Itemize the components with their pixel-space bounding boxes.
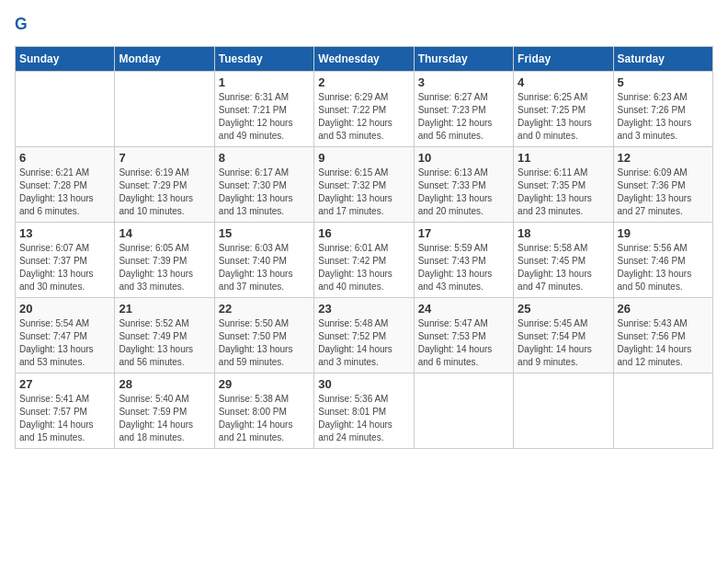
calendar-cell: 23Sunrise: 5:48 AM Sunset: 7:52 PM Dayli… bbox=[314, 298, 414, 373]
day-detail: Sunrise: 5:36 AM Sunset: 8:01 PM Dayligh… bbox=[318, 393, 409, 444]
col-header-friday: Friday bbox=[514, 47, 613, 72]
day-detail: Sunrise: 5:58 AM Sunset: 7:45 PM Dayligh… bbox=[518, 242, 609, 293]
day-detail: Sunrise: 5:54 AM Sunset: 7:47 PM Dayligh… bbox=[19, 317, 110, 369]
day-number: 11 bbox=[518, 151, 609, 165]
day-number: 19 bbox=[618, 226, 709, 240]
calendar-cell: 26Sunrise: 5:43 AM Sunset: 7:56 PM Dayli… bbox=[613, 298, 712, 373]
day-detail: Sunrise: 6:31 AM Sunset: 7:21 PM Dayligh… bbox=[219, 91, 310, 143]
calendar-cell: 30Sunrise: 5:36 AM Sunset: 8:01 PM Dayli… bbox=[314, 373, 414, 449]
col-header-wednesday: Wednesday bbox=[314, 47, 414, 72]
day-detail: Sunrise: 6:27 AM Sunset: 7:23 PM Dayligh… bbox=[418, 91, 509, 143]
day-detail: Sunrise: 6:19 AM Sunset: 7:29 PM Dayligh… bbox=[119, 167, 210, 218]
svg-text:G: G bbox=[15, 15, 28, 33]
calendar-cell: 2Sunrise: 6:29 AM Sunset: 7:22 PM Daylig… bbox=[314, 72, 414, 147]
calendar-cell: 10Sunrise: 6:13 AM Sunset: 7:33 PM Dayli… bbox=[414, 147, 513, 223]
day-number: 17 bbox=[418, 226, 509, 240]
calendar-cell: 22Sunrise: 5:50 AM Sunset: 7:50 PM Dayli… bbox=[214, 298, 313, 373]
day-detail: Sunrise: 5:48 AM Sunset: 7:52 PM Dayligh… bbox=[318, 317, 409, 369]
calendar-cell: 24Sunrise: 5:47 AM Sunset: 7:53 PM Dayli… bbox=[414, 298, 513, 373]
day-detail: Sunrise: 6:13 AM Sunset: 7:33 PM Dayligh… bbox=[418, 167, 509, 218]
day-detail: Sunrise: 5:45 AM Sunset: 7:54 PM Dayligh… bbox=[518, 317, 609, 369]
day-number: 27 bbox=[19, 377, 110, 391]
day-number: 22 bbox=[219, 302, 310, 316]
day-detail: Sunrise: 6:01 AM Sunset: 7:42 PM Dayligh… bbox=[318, 242, 409, 293]
calendar-cell: 11Sunrise: 6:11 AM Sunset: 7:35 PM Dayli… bbox=[514, 147, 613, 223]
calendar-cell: 6Sunrise: 6:21 AM Sunset: 7:28 PM Daylig… bbox=[16, 147, 115, 223]
day-number: 30 bbox=[318, 377, 409, 391]
day-detail: Sunrise: 6:11 AM Sunset: 7:35 PM Dayligh… bbox=[518, 167, 609, 218]
calendar-cell: 20Sunrise: 5:54 AM Sunset: 7:47 PM Dayli… bbox=[16, 298, 115, 373]
day-number: 29 bbox=[219, 377, 310, 391]
day-number: 13 bbox=[19, 226, 110, 240]
day-detail: Sunrise: 6:25 AM Sunset: 7:25 PM Dayligh… bbox=[518, 91, 609, 143]
calendar-cell: 19Sunrise: 5:56 AM Sunset: 7:46 PM Dayli… bbox=[613, 223, 712, 298]
day-number: 3 bbox=[418, 75, 509, 89]
day-detail: Sunrise: 5:40 AM Sunset: 7:59 PM Dayligh… bbox=[119, 393, 210, 444]
calendar-cell: 9Sunrise: 6:15 AM Sunset: 7:32 PM Daylig… bbox=[314, 147, 414, 223]
col-header-saturday: Saturday bbox=[613, 47, 712, 72]
day-number: 28 bbox=[119, 377, 210, 391]
logo-icon: G bbox=[15, 15, 37, 37]
day-number: 5 bbox=[618, 75, 709, 89]
day-number: 10 bbox=[418, 151, 509, 165]
calendar-cell bbox=[414, 373, 513, 449]
col-header-tuesday: Tuesday bbox=[214, 47, 313, 72]
day-number: 14 bbox=[119, 226, 210, 240]
day-number: 21 bbox=[119, 302, 210, 316]
day-number: 26 bbox=[618, 302, 709, 316]
calendar-cell: 12Sunrise: 6:09 AM Sunset: 7:36 PM Dayli… bbox=[613, 147, 712, 223]
calendar-cell: 5Sunrise: 6:23 AM Sunset: 7:26 PM Daylig… bbox=[613, 72, 712, 147]
col-header-thursday: Thursday bbox=[414, 47, 513, 72]
day-number: 1 bbox=[219, 75, 310, 89]
col-header-monday: Monday bbox=[115, 47, 214, 72]
day-detail: Sunrise: 5:41 AM Sunset: 7:57 PM Dayligh… bbox=[19, 393, 110, 444]
day-detail: Sunrise: 6:09 AM Sunset: 7:36 PM Dayligh… bbox=[618, 167, 709, 218]
day-detail: Sunrise: 5:47 AM Sunset: 7:53 PM Dayligh… bbox=[418, 317, 509, 369]
calendar-cell: 25Sunrise: 5:45 AM Sunset: 7:54 PM Dayli… bbox=[514, 298, 613, 373]
day-number: 7 bbox=[119, 151, 210, 165]
day-detail: Sunrise: 5:52 AM Sunset: 7:49 PM Dayligh… bbox=[119, 317, 210, 369]
day-detail: Sunrise: 5:50 AM Sunset: 7:50 PM Dayligh… bbox=[219, 317, 310, 369]
calendar-cell: 7Sunrise: 6:19 AM Sunset: 7:29 PM Daylig… bbox=[115, 147, 214, 223]
calendar-cell: 13Sunrise: 6:07 AM Sunset: 7:37 PM Dayli… bbox=[16, 223, 115, 298]
calendar-cell bbox=[613, 373, 712, 449]
day-detail: Sunrise: 6:21 AM Sunset: 7:28 PM Dayligh… bbox=[19, 167, 110, 218]
day-detail: Sunrise: 5:59 AM Sunset: 7:43 PM Dayligh… bbox=[418, 242, 509, 293]
calendar-cell: 21Sunrise: 5:52 AM Sunset: 7:49 PM Dayli… bbox=[115, 298, 214, 373]
day-number: 6 bbox=[19, 151, 110, 165]
calendar-cell: 16Sunrise: 6:01 AM Sunset: 7:42 PM Dayli… bbox=[314, 223, 414, 298]
calendar-cell bbox=[16, 72, 115, 147]
day-detail: Sunrise: 5:43 AM Sunset: 7:56 PM Dayligh… bbox=[618, 317, 709, 369]
day-number: 9 bbox=[318, 151, 409, 165]
day-detail: Sunrise: 6:23 AM Sunset: 7:26 PM Dayligh… bbox=[618, 91, 709, 143]
header: G bbox=[15, 15, 713, 37]
calendar-cell: 14Sunrise: 6:05 AM Sunset: 7:39 PM Dayli… bbox=[115, 223, 214, 298]
day-number: 8 bbox=[219, 151, 310, 165]
day-detail: Sunrise: 5:38 AM Sunset: 8:00 PM Dayligh… bbox=[219, 393, 310, 444]
calendar-cell bbox=[514, 373, 613, 449]
day-number: 15 bbox=[219, 226, 310, 240]
calendar-cell: 15Sunrise: 6:03 AM Sunset: 7:40 PM Dayli… bbox=[214, 223, 313, 298]
calendar-cell: 28Sunrise: 5:40 AM Sunset: 7:59 PM Dayli… bbox=[115, 373, 214, 449]
logo: G bbox=[15, 15, 40, 37]
calendar-cell: 17Sunrise: 5:59 AM Sunset: 7:43 PM Dayli… bbox=[414, 223, 513, 298]
day-detail: Sunrise: 5:56 AM Sunset: 7:46 PM Dayligh… bbox=[618, 242, 709, 293]
day-number: 2 bbox=[318, 75, 409, 89]
day-number: 24 bbox=[418, 302, 509, 316]
calendar-cell: 27Sunrise: 5:41 AM Sunset: 7:57 PM Dayli… bbox=[16, 373, 115, 449]
calendar-cell: 1Sunrise: 6:31 AM Sunset: 7:21 PM Daylig… bbox=[214, 72, 313, 147]
day-number: 25 bbox=[518, 302, 609, 316]
day-detail: Sunrise: 6:05 AM Sunset: 7:39 PM Dayligh… bbox=[119, 242, 210, 293]
day-number: 20 bbox=[19, 302, 110, 316]
calendar-cell: 4Sunrise: 6:25 AM Sunset: 7:25 PM Daylig… bbox=[514, 72, 613, 147]
calendar-cell bbox=[115, 72, 214, 147]
col-header-sunday: Sunday bbox=[16, 47, 115, 72]
calendar-cell: 3Sunrise: 6:27 AM Sunset: 7:23 PM Daylig… bbox=[414, 72, 513, 147]
calendar-cell: 8Sunrise: 6:17 AM Sunset: 7:30 PM Daylig… bbox=[214, 147, 313, 223]
day-detail: Sunrise: 6:15 AM Sunset: 7:32 PM Dayligh… bbox=[318, 167, 409, 218]
day-detail: Sunrise: 6:07 AM Sunset: 7:37 PM Dayligh… bbox=[19, 242, 110, 293]
calendar-cell: 29Sunrise: 5:38 AM Sunset: 8:00 PM Dayli… bbox=[214, 373, 313, 449]
day-number: 18 bbox=[518, 226, 609, 240]
day-detail: Sunrise: 6:03 AM Sunset: 7:40 PM Dayligh… bbox=[219, 242, 310, 293]
day-detail: Sunrise: 6:17 AM Sunset: 7:30 PM Dayligh… bbox=[219, 167, 310, 218]
